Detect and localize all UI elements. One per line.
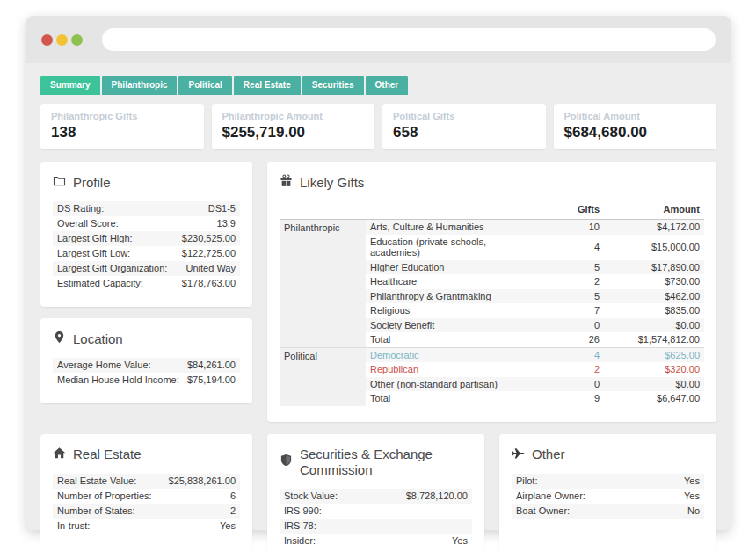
other-panel-title: Other bbox=[512, 447, 704, 463]
kv-value: 13.9 bbox=[217, 218, 236, 229]
row-amount: $17,890.00 bbox=[604, 260, 704, 275]
row-gifts: 9 bbox=[541, 391, 604, 406]
row-label: Total bbox=[366, 391, 541, 406]
tab-philanthropic[interactable]: Philanthropic bbox=[102, 76, 178, 95]
row-amount: $835.00 bbox=[604, 303, 704, 318]
tab-political[interactable]: Political bbox=[178, 76, 231, 95]
kv-row: Boat Owner: No bbox=[512, 504, 704, 519]
row-gifts: 5 bbox=[541, 260, 604, 275]
stat-card-philanthropic-gifts: Philanthropic Gifts 138 bbox=[40, 104, 204, 149]
kv-label: Average Home Value: bbox=[57, 360, 151, 371]
kv-value: $8,728,120.00 bbox=[406, 490, 468, 502]
kv-label: Stock Value: bbox=[284, 490, 338, 502]
stat-label: Philanthropic Amount bbox=[222, 111, 365, 122]
stat-value: 138 bbox=[51, 124, 193, 142]
table-row: Philanthropic Arts, Culture & Humanities… bbox=[280, 220, 704, 235]
kv-row: DS Rating: DS1-5 bbox=[53, 201, 240, 216]
airplane-icon bbox=[512, 447, 525, 463]
kv-label: Real Estate Value: bbox=[57, 476, 136, 487]
profile-panel-title: Profile bbox=[53, 174, 240, 191]
kv-label: Pilot: bbox=[516, 476, 537, 487]
row-label: Higher Education bbox=[366, 260, 541, 275]
kv-value: 6 bbox=[230, 490, 236, 502]
kv-label: Median House Hold Income: bbox=[57, 374, 179, 386]
kv-row: Largest Gift Organization: United Way bbox=[53, 261, 240, 276]
kv-row: Median House Hold Income: $75,194.00 bbox=[53, 373, 240, 388]
kv-value: Yes bbox=[452, 535, 468, 547]
maximize-window-button[interactable] bbox=[71, 34, 83, 46]
row-gifts: 5 bbox=[541, 289, 604, 304]
panel-title-text: Securities & Exchange Commission bbox=[300, 447, 472, 478]
minimize-window-button[interactable] bbox=[56, 34, 68, 46]
gift-icon bbox=[280, 174, 293, 191]
location-panel-title: Location bbox=[53, 330, 240, 347]
shield-icon bbox=[280, 454, 293, 470]
left-column: Profile DS Rating: DS1-5 Overall Score: … bbox=[40, 162, 252, 403]
row-amount: $0.00 bbox=[604, 377, 704, 392]
kv-label: IRS 78: bbox=[284, 520, 316, 532]
row-label: Healthcare bbox=[366, 274, 541, 289]
tab-other[interactable]: Other bbox=[366, 76, 409, 95]
kv-label: Insider: bbox=[284, 535, 316, 547]
row-label: Society Benefit bbox=[366, 318, 541, 333]
kv-label: Estimated Capacity: bbox=[57, 278, 143, 289]
securities-kv-table: Stock Value: $8,728,120.00 IRS 990: IRS … bbox=[280, 489, 472, 548]
stat-label: Political Amount bbox=[564, 111, 707, 122]
row-amount: $6,647.00 bbox=[604, 391, 704, 406]
browser-window: Summary Philanthropic Political Real Est… bbox=[26, 16, 731, 530]
likely-gifts-panel: Likely Gifts Gifts Amount Philanthrop bbox=[267, 162, 716, 422]
kv-label: DS Rating: bbox=[57, 203, 104, 214]
location-panel: Location Average Home Value: $84,261.00 … bbox=[40, 318, 252, 403]
other-kv-table: Pilot: Yes Airplane Owner: Yes Boat Owne… bbox=[512, 474, 704, 519]
row-label: Other (non-standard partisan) bbox=[366, 377, 541, 392]
tab-securities[interactable]: Securities bbox=[302, 76, 364, 95]
kv-row: Largest Gift High: $230,525.00 bbox=[53, 231, 240, 246]
stat-card-political-amount: Political Amount $684,680.00 bbox=[554, 104, 717, 149]
likely-gifts-panel-title: Likely Gifts bbox=[280, 174, 704, 191]
profile-kv-table: DS Rating: DS1-5 Overall Score: 13.9 Lar… bbox=[53, 201, 240, 291]
row-amount: $462.00 bbox=[604, 289, 704, 304]
row-gifts: 2 bbox=[541, 274, 604, 289]
likely-gifts-table: Gifts Amount Philanthropic Arts, Culture… bbox=[280, 201, 704, 406]
row-amount: $0.00 bbox=[604, 318, 704, 333]
securities-panel: Securities & Exchange Commission Stock V… bbox=[267, 434, 484, 552]
url-bar[interactable] bbox=[102, 28, 716, 51]
row-amount: $625.00 bbox=[604, 347, 704, 362]
kv-label: Largest Gift Low: bbox=[57, 248, 130, 259]
kv-label: IRS 990: bbox=[284, 505, 322, 517]
panel-title-text: Likely Gifts bbox=[300, 175, 364, 191]
kv-row: Number of Properties: 6 bbox=[53, 489, 240, 504]
main-grid: Profile DS Rating: DS1-5 Overall Score: … bbox=[40, 162, 716, 422]
stat-label: Political Gifts bbox=[393, 111, 535, 122]
stat-value: $255,719.00 bbox=[222, 124, 365, 142]
row-gifts: 0 bbox=[541, 377, 604, 392]
row-label: Total bbox=[366, 332, 541, 347]
location-kv-table: Average Home Value: $84,261.00 Median Ho… bbox=[53, 358, 240, 388]
row-gifts: 7 bbox=[541, 303, 604, 318]
stat-value: 658 bbox=[393, 124, 535, 142]
kv-value: $178,763.00 bbox=[182, 278, 236, 289]
page-content: Summary Philanthropic Political Real Est… bbox=[26, 63, 731, 552]
column-header-amount: Amount bbox=[604, 201, 704, 220]
panel-title-text: Profile bbox=[73, 175, 111, 191]
row-amount: $320.00 bbox=[604, 362, 704, 377]
row-gifts: 2 bbox=[541, 362, 604, 377]
tab-real-estate[interactable]: Real Estate bbox=[234, 76, 301, 95]
row-label: Education (private schools, academies) bbox=[366, 235, 541, 260]
kv-row: Stock Value: $8,728,120.00 bbox=[280, 489, 472, 504]
kv-row: Estimated Capacity: $178,763.00 bbox=[53, 276, 240, 291]
row-gifts: 26 bbox=[541, 332, 604, 347]
kv-value: DS1-5 bbox=[208, 203, 236, 214]
kv-value: No bbox=[687, 505, 700, 517]
row-gifts: 10 bbox=[541, 220, 604, 235]
home-icon bbox=[53, 447, 66, 463]
stat-label: Philanthropic Gifts bbox=[51, 111, 193, 122]
kv-row: Largest Gift Low: $122,725.00 bbox=[53, 246, 240, 261]
kv-row: IRS 78: bbox=[280, 519, 472, 534]
close-window-button[interactable] bbox=[41, 34, 53, 46]
kv-row: Airplane Owner: Yes bbox=[512, 489, 704, 504]
kv-row: Overall Score: 13.9 bbox=[53, 216, 240, 231]
row-label: Republican bbox=[366, 362, 541, 377]
tab-summary[interactable]: Summary bbox=[40, 76, 100, 95]
securities-panel-title: Securities & Exchange Commission bbox=[280, 447, 472, 478]
